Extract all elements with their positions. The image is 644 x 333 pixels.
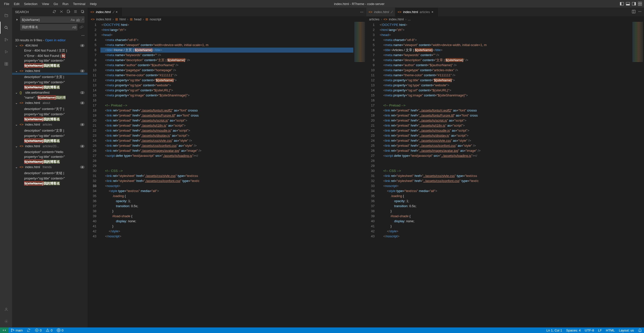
open-in-editor-link[interactable]: Open in editor [45, 38, 66, 42]
accounts-icon[interactable] [0, 303, 12, 315]
result-match[interactable]: description" content="文章 | [12, 128, 88, 133]
activitybar [0, 8, 12, 327]
menu-view[interactable]: View [40, 1, 51, 7]
result-match[interactable]: ${siteName}我的博客名 [12, 63, 88, 68]
result-file[interactable]: ⌄<>index.html4 [12, 68, 88, 73]
result-match[interactable]: ${siteName}我的博客名 [12, 159, 88, 165]
view-as-tree-icon[interactable] [73, 10, 78, 14]
menu-go[interactable]: Go [52, 1, 60, 7]
search-icon[interactable] [0, 22, 12, 34]
svg-point-32 [58, 330, 59, 330]
svg-line-11 [7, 28, 8, 29]
tab-index-articles[interactable]: <> index.html articles × [395, 8, 438, 16]
code-1[interactable]: <!DOCTYPE html><html lang="zh"><head> <m… [100, 22, 353, 327]
svg-rect-8 [638, 4, 640, 6]
menu-run[interactable]: Run [60, 1, 70, 7]
toggle-primary-sidebar-icon[interactable] [620, 2, 624, 6]
explorer-icon[interactable] [0, 10, 12, 22]
result-match[interactable]: description" content="友链 | [12, 170, 88, 176]
refresh-icon[interactable] [52, 10, 56, 14]
results-tree[interactable]: ⌄<>404.html4Error - 404 Not Found / 主页 |… [12, 43, 88, 327]
new-search-editor-icon[interactable] [66, 10, 70, 14]
warnings-indicator[interactable]: 0 [44, 327, 54, 333]
language-mode[interactable]: HTML [604, 327, 617, 333]
result-match[interactable]: property="og:title" content=" [12, 133, 88, 138]
toggle-panel-icon[interactable] [626, 2, 630, 6]
eol[interactable]: LF [596, 327, 604, 333]
svg-rect-5 [634, 2, 636, 5]
notifications-icon[interactable] [636, 327, 644, 333]
errors-indicator[interactable]: 0 [33, 327, 44, 333]
match-case-icon[interactable]: Aa [71, 18, 75, 22]
branch-indicator[interactable]: main [9, 327, 25, 333]
replace-all-icon[interactable] [79, 24, 85, 30]
tab-index-root-2[interactable]: <> index.html ./ [366, 8, 395, 16]
code-2[interactable]: <!DOCTYPE html><html lang="zh"><head> <m… [379, 22, 632, 327]
replace-input[interactable] [20, 24, 78, 30]
close-tab-icon[interactable]: × [116, 10, 120, 14]
breadcrumb-1[interactable]: <> index.html› ⊞html› ⊞head› ⊞noscript [88, 16, 366, 22]
match-whole-word-icon[interactable]: ab [76, 18, 80, 22]
result-file[interactable]: ⌄<>index.htmlfriends4 [12, 165, 88, 169]
more-actions-icon[interactable]: ⋯ [360, 10, 363, 14]
minimap-2[interactable] [631, 22, 644, 327]
indentation[interactable]: Spaces: 4 [564, 327, 583, 333]
svg-point-12 [5, 38, 6, 39]
svg-rect-19 [7, 64, 8, 65]
result-file[interactable]: ⌄<>index.htmlabout4 [12, 100, 88, 105]
cursor-position[interactable]: Ln 1, Col 1 [544, 327, 564, 333]
preserve-case-icon[interactable]: AB [72, 25, 77, 29]
result-match[interactable]: ="Error - 404 Not Found | ${ [12, 53, 88, 58]
result-match[interactable]: ${siteName}我的博客名 [12, 138, 88, 144]
menu-help[interactable]: Help [88, 1, 99, 7]
result-match[interactable]: description" content="主页 | [12, 74, 88, 80]
collapse-all-icon[interactable] [81, 10, 85, 14]
breadcrumb-2[interactable]: articles› <>index.html› ... [366, 16, 644, 22]
close-tab-icon[interactable]: × [431, 10, 435, 14]
toggle-search-details-icon[interactable]: ⋯ [81, 33, 85, 37]
regex-icon[interactable]: .* [81, 18, 84, 22]
menu-file[interactable]: File [2, 1, 11, 7]
menu-edit[interactable]: Edit [12, 1, 21, 7]
result-file[interactable]: ⌄{}site.webmanifest1 [12, 90, 88, 95]
result-file[interactable]: ⌄<>index.htmlarticles4 [12, 122, 88, 127]
remote-indicator[interactable] [0, 327, 9, 333]
clear-search-icon[interactable] [59, 10, 63, 14]
svg-rect-22 [67, 10, 69, 13]
toggle-replace-icon[interactable] [15, 18, 19, 22]
ports-indicator[interactable]: 0 [55, 327, 65, 333]
customize-layout-icon[interactable] [638, 2, 642, 6]
more-actions-icon[interactable]: ⋯ [638, 10, 641, 14]
result-file[interactable]: ⌄<>404.html4 [12, 43, 88, 48]
result-match[interactable]: ${siteName}我的博客名 [12, 85, 88, 90]
result-match[interactable]: "name": "${siteName}我的博 [12, 95, 88, 100]
source-control-icon[interactable] [0, 34, 12, 46]
result-match[interactable]: ${siteName}我的博客名 [12, 181, 88, 186]
result-match[interactable]: property="og:title" content=" [12, 58, 88, 63]
html-file-icon: <> [90, 10, 94, 14]
split-editor-icon[interactable] [632, 10, 636, 14]
tab-index-root[interactable]: <> index.html ./ × [88, 8, 122, 16]
result-match[interactable]: ${siteName}我的博客名 [12, 117, 88, 122]
menu-selection[interactable]: Selection [22, 1, 39, 7]
result-match[interactable]: property="og:title" content=" [12, 112, 88, 117]
svg-rect-25 [82, 26, 83, 27]
result-match[interactable]: property="og:title" content=" [12, 80, 88, 85]
toggle-secondary-sidebar-icon[interactable] [632, 2, 636, 6]
svg-marker-15 [5, 51, 8, 53]
menu-terminal[interactable]: Terminal [71, 1, 87, 7]
run-debug-icon[interactable] [0, 46, 12, 58]
extensions-icon[interactable] [0, 58, 12, 70]
svg-point-34 [57, 328, 60, 332]
keyboard-layout[interactable]: Layout: us [617, 327, 636, 333]
result-file[interactable]: ⌄<>index.htmlarticles/20...4 [12, 144, 88, 149]
result-match[interactable]: property="og:title" content=" [12, 154, 88, 159]
result-match[interactable]: property="og:title" content=" [12, 176, 88, 181]
encoding[interactable]: UTF-8 [583, 327, 596, 333]
minimap-1[interactable] [353, 22, 366, 327]
result-match[interactable]: description" content="关于 | [12, 106, 88, 112]
result-match[interactable]: description" content="Hello [12, 150, 88, 154]
result-match[interactable]: Error - 404 Not Found / 主页 | [12, 48, 88, 53]
settings-icon[interactable] [0, 315, 12, 327]
sync-indicator[interactable] [25, 327, 33, 333]
